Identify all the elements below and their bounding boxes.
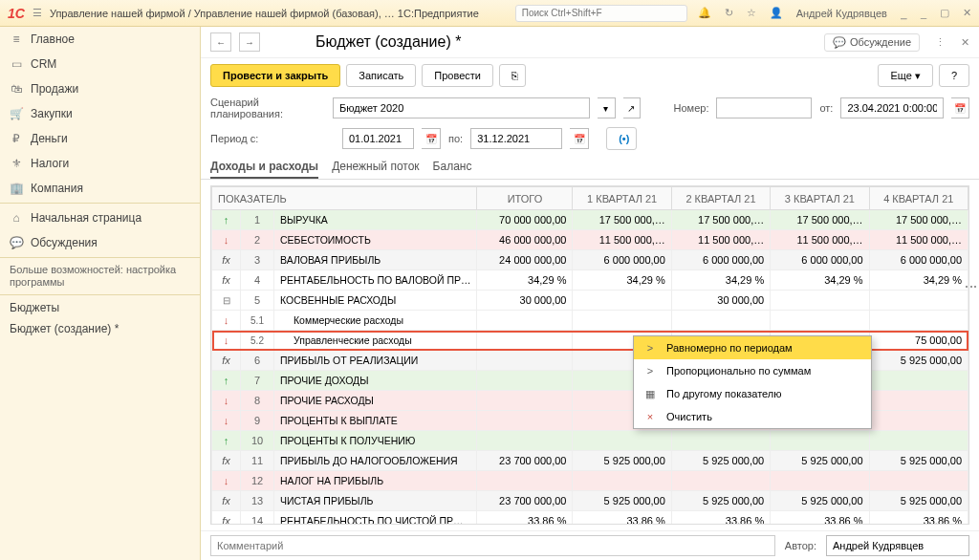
row-value[interactable]: 5 925 000,00 [671,451,770,471]
row-value[interactable]: 5 925 000,00 [869,451,968,471]
row-value[interactable] [869,411,968,431]
row-value[interactable]: 23 700 000,00 [477,451,573,471]
table-row[interactable]: ↑ 1 ВЫРУЧКА 70 000 000,0017 500 000,…17 … [212,210,968,230]
row-value[interactable] [573,431,671,451]
row-value[interactable] [671,311,770,331]
tab-balance[interactable]: Баланс [433,160,472,179]
row-value[interactable] [477,431,573,451]
budget-create-link[interactable]: Бюджет (создание) * [0,318,200,339]
row-value[interactable]: 33,86 % [477,511,573,526]
kebab-icon[interactable]: ⋮ [927,36,953,49]
table-row[interactable]: fx 3 ВАЛОВАЯ ПРИБЫЛЬ 24 000 000,006 000 … [212,250,968,270]
post-button[interactable]: Провести [422,64,493,87]
calendar-icon[interactable]: 📅 [951,97,969,118]
bell-icon[interactable]: 🔔 [698,7,711,19]
row-value[interactable]: 5 925 000,00 [671,491,770,511]
author-input[interactable] [826,535,969,556]
number-input[interactable] [716,97,812,118]
search-input[interactable] [515,5,687,22]
global-search[interactable] [515,5,687,22]
row-value[interactable]: 24 000 000,00 [477,250,573,270]
row-value[interactable]: 30 000,00 [671,291,770,311]
context-menu-item[interactable]: × Очистить [634,405,871,428]
nav-forward-button[interactable]: → [239,32,260,52]
row-value[interactable]: 5 925 000,00 [771,451,869,471]
row-value[interactable]: 34,29 % [573,270,671,291]
row-value[interactable]: 33,86 % [671,511,770,526]
table-row[interactable]: ↓ 12 НАЛОГ НА ПРИБЫЛЬ [212,471,968,491]
table-row[interactable]: fx 4 РЕНТАБЕЛЬНОСТЬ ПО ВАЛОВОЙ ПР… 34,29… [212,270,968,291]
table-row[interactable]: ⊟ 5 КОСВЕННЫЕ РАСХОДЫ 30 000,0030 000,00 [212,291,968,311]
row-value[interactable]: 11 500 000,… [869,230,968,250]
row-value[interactable]: 6 000 000,00 [671,250,770,270]
row-value[interactable]: 5 925 000,00 [869,351,968,371]
scenario-dropdown-icon[interactable]: ▾ [598,97,616,118]
row-value[interactable] [477,471,573,491]
context-menu-item[interactable]: > Равномерно по периодам [634,336,871,359]
close-tab-icon[interactable]: ✕ [961,36,969,49]
table-row[interactable]: ↓ 5.1 Коммерческие расходы [212,311,968,331]
table-row[interactable]: fx 13 ЧИСТАЯ ПРИБЫЛЬ 23 700 000,005 925 … [212,491,968,511]
period-from-input[interactable] [342,128,414,149]
comment-input[interactable] [210,535,775,556]
discuss-button[interactable]: 💬Обсуждение [824,33,920,52]
table-row[interactable]: fx 14 РЕНТАБЕЛЬНОСТЬ ПО ЧИСТОЙ ПР… 33,86… [212,511,968,526]
sidebar-item[interactable]: ₽Деньги [0,126,200,151]
row-value[interactable]: 46 000 000,00 [477,230,573,250]
row-value[interactable]: 5 925 000,00 [573,491,671,511]
row-value[interactable] [771,431,869,451]
row-value[interactable]: 17 500 000,… [671,210,770,230]
restore-icon[interactable]: ▢ [940,7,949,19]
row-value[interactable]: 30 000,00 [477,291,573,311]
row-value[interactable]: 5 925 000,00 [573,451,671,471]
context-menu-item[interactable]: ▦ По другому показателю [634,382,871,405]
row-value[interactable]: 6 000 000,00 [869,250,968,270]
context-menu-item[interactable]: > Пропорционально по суммам [634,359,871,382]
calendar-to-icon[interactable]: 📅 [570,128,589,149]
tab-cash-flow[interactable]: Денежный поток [332,160,419,179]
user-icon[interactable]: 👤 [770,7,783,19]
table-row[interactable]: fx 11 ПРИБЫЛЬ ДО НАЛОГООБЛОЖЕНИЯ 23 700 … [212,451,968,471]
row-value[interactable]: 34,29 % [477,270,573,291]
row-value[interactable] [477,311,573,331]
row-value[interactable] [477,371,573,391]
row-value[interactable] [573,291,671,311]
row-value[interactable]: 17 500 000,… [771,210,869,230]
row-value[interactable] [671,471,770,491]
history-icon[interactable]: ↻ [725,7,733,19]
side-handle-icon[interactable]: ⋮ [964,280,979,295]
row-value[interactable] [477,351,573,371]
row-value[interactable] [477,331,573,351]
row-value[interactable]: 34,29 % [869,270,968,291]
row-value[interactable] [771,291,869,311]
row-value[interactable]: 33,86 % [869,511,968,526]
minimize-icon[interactable]: _ [921,8,926,19]
row-value[interactable] [869,471,968,491]
row-value[interactable]: 5 925 000,00 [869,491,968,511]
post-and-close-button[interactable]: Провести и закрыть [210,64,340,87]
sidebar-item[interactable]: ≡Главное [0,27,200,52]
scenario-input[interactable] [333,97,590,118]
period-to-input[interactable] [470,128,562,149]
more-button[interactable]: Еще ▾ [878,64,932,87]
row-value[interactable] [869,391,968,411]
extra-action-button[interactable]: ⎘ [499,64,526,87]
scenario-open-icon[interactable]: ↗ [623,97,642,118]
row-value[interactable] [771,471,869,491]
row-value[interactable]: 17 500 000,… [869,210,968,230]
row-value[interactable] [869,431,968,451]
row-value[interactable]: 34,29 % [671,270,770,291]
start-page[interactable]: ⌂Начальная страница [0,205,200,230]
sidebar-item[interactable]: ▭CRM [0,52,200,76]
row-value[interactable]: 6 000 000,00 [771,250,869,270]
nav-back-button[interactable]: ← [210,32,231,52]
row-value[interactable] [869,311,968,331]
row-value[interactable]: 70 000 000,00 [477,210,573,230]
sidebar-item[interactable]: 🏢Компания [0,176,200,201]
row-value[interactable] [771,311,869,331]
row-value[interactable] [869,291,968,311]
row-value[interactable] [477,411,573,431]
budgets-link[interactable]: Бюджеты [0,297,200,318]
sidebar-item[interactable]: 🛍Продажи [0,76,200,101]
row-value[interactable]: 11 500 000,… [771,230,869,250]
